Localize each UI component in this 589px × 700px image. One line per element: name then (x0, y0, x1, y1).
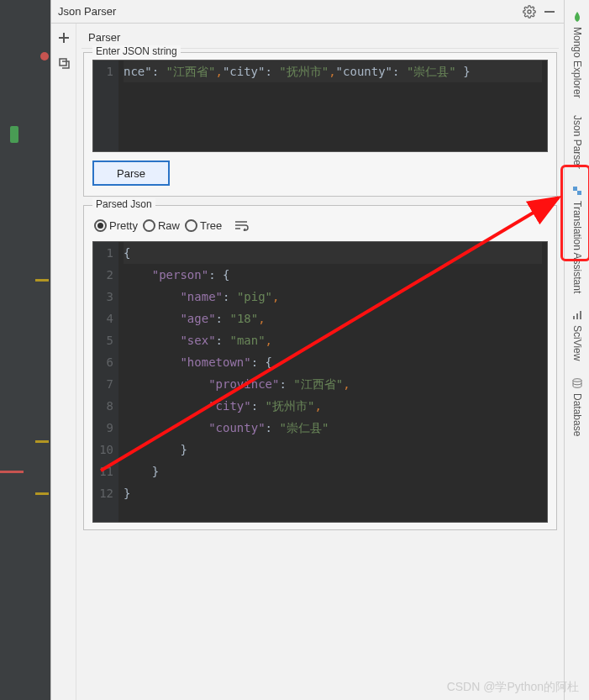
warning-marker-icon (35, 440, 49, 443)
parsed-output-editor[interactable]: 123456789101112 { "person": { "name": "p… (92, 241, 548, 523)
svg-rect-2 (60, 59, 66, 66)
radio-raw-label: Raw (158, 219, 180, 232)
minimize-icon[interactable] (542, 4, 557, 19)
radio-raw[interactable]: Raw (143, 219, 180, 232)
warning-marker-icon (35, 279, 49, 282)
tab-json-parser[interactable]: Json Parser (569, 107, 586, 177)
warning-marker-icon (35, 492, 49, 495)
panel-header: Json Parser (51, 0, 564, 24)
json-input-editor[interactable]: 1 nce": "江西省","city": "抚州市","county": "崇… (92, 60, 548, 152)
input-legend: Enter JSON string (92, 45, 181, 57)
chart-icon (571, 310, 583, 322)
tab-translation-assistant[interactable]: Translation Assistant (569, 177, 586, 302)
add-icon[interactable] (56, 30, 71, 45)
svg-point-8 (573, 378, 581, 382)
parsed-legend: Parsed Json (92, 198, 155, 210)
copy-icon[interactable] (56, 55, 71, 71)
tab-sciview[interactable]: SciView (569, 302, 586, 369)
error-marker-icon (0, 471, 24, 473)
watermark-text: CSDN @学Python的阿杜 (447, 680, 579, 695)
wrap-toggle-icon[interactable] (234, 218, 250, 233)
svg-rect-5 (573, 316, 575, 319)
tool-column (51, 24, 76, 700)
content-column: Parser Enter JSON string 1 nce": "江西省","… (76, 24, 564, 700)
svg-rect-3 (573, 187, 577, 191)
parsed-fieldset: Parsed Json Pretty Raw Tree 123456789101… (83, 205, 557, 530)
right-sidebar: Mongo Explorer Json Parser Translation A… (564, 0, 589, 700)
json-parser-panel: Json Parser Parser Enter JSON string 1 n… (50, 0, 564, 700)
radio-tree-label: Tree (200, 219, 222, 232)
settings-gear-icon[interactable] (522, 4, 537, 19)
svg-rect-6 (576, 313, 578, 319)
ide-left-gutter (0, 0, 50, 700)
view-mode-row: Pretty Raw Tree (92, 213, 548, 241)
translate-icon (571, 186, 583, 197)
svg-rect-1 (544, 11, 555, 13)
database-icon (571, 378, 583, 390)
svg-rect-7 (580, 311, 581, 319)
tab-mongo-explorer[interactable]: Mongo Explorer (569, 3, 586, 107)
error-indicator-icon (40, 52, 49, 61)
run-marker-icon (10, 126, 18, 143)
radio-pretty-label: Pretty (109, 219, 138, 232)
svg-rect-4 (577, 191, 581, 195)
panel-title: Json Parser (58, 5, 517, 18)
input-fieldset: Enter JSON string 1 nce": "江西省","city": … (83, 52, 557, 197)
radio-pretty[interactable]: Pretty (94, 219, 138, 232)
leaf-icon (571, 12, 583, 24)
radio-tree[interactable]: Tree (185, 219, 222, 232)
parse-button[interactable]: Parse (92, 161, 170, 186)
tab-database[interactable]: Database (569, 370, 586, 445)
svg-point-0 (528, 10, 531, 13)
